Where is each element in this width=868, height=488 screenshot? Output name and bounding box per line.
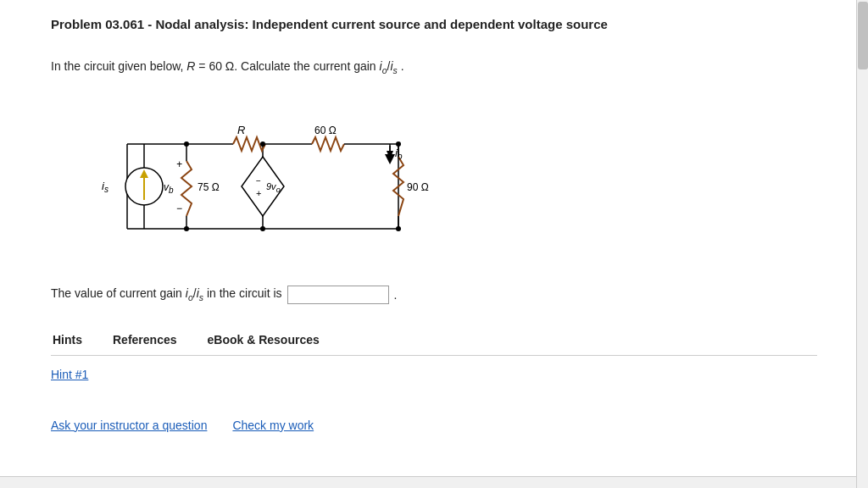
svg-point-41 bbox=[184, 226, 189, 231]
scrollbar-right[interactable] bbox=[856, 0, 868, 449]
tab-ebook[interactable]: eBook & Resources bbox=[206, 328, 321, 355]
problem-statement: In the circuit given below, R = 60 Ω. Ca… bbox=[51, 57, 817, 78]
tab-references[interactable]: References bbox=[111, 328, 179, 355]
svg-text:+: + bbox=[176, 158, 182, 170]
ask-instructor-link[interactable]: Ask your instructor a question bbox=[51, 419, 207, 432]
answer-text: The value of current gain io/is in the c… bbox=[51, 286, 282, 302]
bottom-links: Ask your instructor a question Check my … bbox=[51, 419, 817, 432]
svg-point-39 bbox=[260, 141, 265, 147]
problem-title: Problem 03.061 - Nodal analysis: Indepen… bbox=[51, 15, 817, 33]
svg-point-42 bbox=[260, 226, 265, 231]
svg-text:−: − bbox=[176, 202, 182, 214]
answer-input[interactable] bbox=[287, 286, 389, 304]
svg-text:is: is bbox=[102, 180, 108, 194]
svg-text:75 Ω: 75 Ω bbox=[198, 181, 220, 193]
svg-text:−: − bbox=[256, 176, 261, 186]
svg-text:R: R bbox=[237, 124, 245, 136]
tabs-row: Hints References eBook & Resources bbox=[51, 328, 817, 356]
svg-text:+: + bbox=[256, 188, 261, 198]
circuit-diagram: is + − vb 75 Ω R bbox=[51, 93, 817, 265]
svg-point-38 bbox=[184, 141, 189, 147]
circuit-svg: is + − vb 75 Ω R bbox=[76, 93, 432, 263]
answer-line: The value of current gain io/is in the c… bbox=[51, 286, 817, 304]
answer-period: . bbox=[394, 288, 398, 302]
tab-hints[interactable]: Hints bbox=[51, 328, 84, 355]
svg-text:90 Ω: 90 Ω bbox=[407, 181, 429, 193]
hint-1-link[interactable]: Hint #1 bbox=[51, 368, 88, 381]
check-work-link[interactable]: Check my work bbox=[232, 419, 314, 432]
svg-point-40 bbox=[396, 141, 401, 147]
svg-text:60 Ω: 60 Ω bbox=[314, 125, 337, 136]
svg-text:vb: vb bbox=[164, 181, 174, 195]
svg-marker-35 bbox=[387, 151, 393, 159]
svg-point-43 bbox=[396, 226, 401, 231]
scrollbar-thumb[interactable] bbox=[858, 2, 868, 69]
